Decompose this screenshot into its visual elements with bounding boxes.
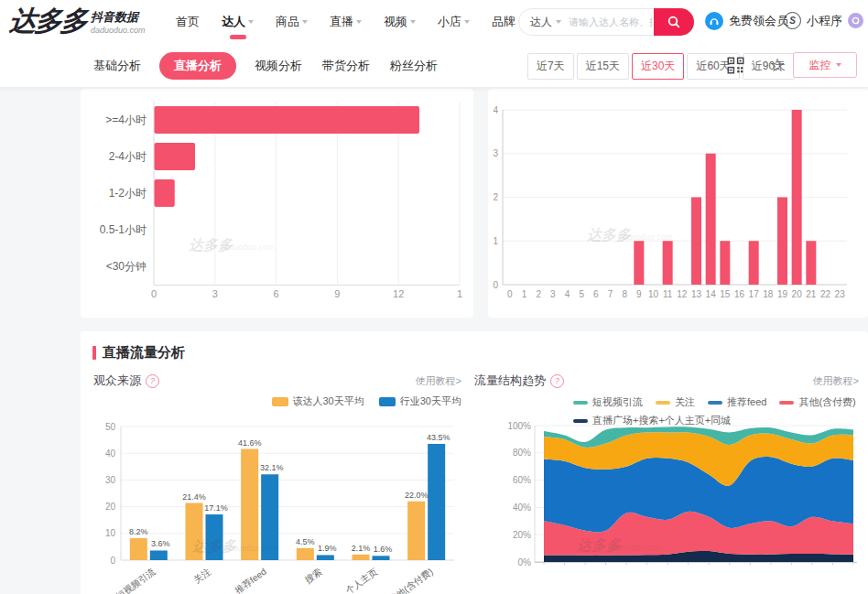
svg-text:14: 14: [706, 289, 717, 299]
tab-2[interactable]: 直播分析: [159, 52, 236, 80]
traffic-trend-panel: 流量结构趋势 ? 使用教程> 短视频引流关注推荐feed其他(含付费)直播广场+…: [474, 368, 859, 594]
date-range-group: 近7天近15天近30天近60天近90天: [527, 53, 797, 80]
free-vip-link[interactable]: 免费领会员: [705, 12, 788, 30]
legend-item[interactable]: 行业30天平均: [379, 394, 461, 408]
audience-legend: 该达人30天平均行业30天平均: [272, 394, 462, 408]
edge-partial-link[interactable]: 专: [848, 12, 868, 28]
svg-text:daduoduo.com: daduoduo.com: [223, 544, 278, 553]
search-button[interactable]: [654, 8, 694, 36]
tutorial-link[interactable]: 使用教程>: [813, 374, 859, 388]
svg-text:10: 10: [648, 289, 659, 299]
legend-swatch: [573, 401, 588, 405]
help-icon[interactable]: ?: [146, 374, 159, 388]
svg-text:43.5%: 43.5%: [427, 433, 450, 442]
nav-item-6[interactable]: 小店: [438, 14, 470, 30]
svg-text:>=4小时: >=4小时: [105, 113, 146, 126]
legend-swatch: [272, 397, 288, 406]
nav-item-label: 首页: [176, 14, 200, 30]
analysis-subnav: 基础分析直播分析视频分析带货分析粉丝分析 近7天近15天近30天近60天近90天…: [0, 44, 868, 88]
svg-text:6: 6: [274, 288, 279, 299]
nav-item-2[interactable]: 达人: [222, 14, 254, 30]
svg-text:17: 17: [749, 289, 760, 299]
audience-source-chart: 010203040508.2%3.6%短视频引流21.4%17.1%关注41.6…: [93, 416, 461, 594]
logo[interactable]: 达多多 抖音数据 daduoduo.com: [9, 5, 146, 38]
search-category-select[interactable]: 达人: [519, 15, 567, 30]
free-vip-label: 免费领会员: [729, 13, 788, 29]
svg-text:4: 4: [493, 105, 498, 115]
svg-text:4: 4: [565, 289, 570, 299]
legend-label: 该达人30天平均: [293, 394, 364, 408]
nav-item-1[interactable]: 首页: [176, 14, 200, 30]
svg-text:1: 1: [522, 289, 527, 299]
svg-text:2-4小时: 2-4小时: [109, 150, 146, 163]
tab-3[interactable]: 视频分析: [253, 52, 304, 80]
range-button-1[interactable]: 近7天: [527, 53, 574, 80]
range-button-2[interactable]: 近15天: [577, 53, 629, 80]
legend-row: 短视频引流关注推荐feed其他(含付费): [573, 395, 856, 409]
svg-text:其他(含付费): 其他(含付费): [387, 567, 435, 594]
svg-text:3: 3: [493, 148, 498, 158]
top-navbar: 达多多 抖音数据 daduoduo.com 首页达人商品直播视频小店品牌 达人: [0, 0, 868, 44]
svg-text:20: 20: [105, 502, 116, 512]
svg-text:22.0%: 22.0%: [405, 491, 429, 500]
accent-bar: [92, 346, 96, 360]
star-icon[interactable]: ☆: [769, 56, 786, 74]
svg-text:32.1%: 32.1%: [260, 463, 284, 472]
svg-text:18: 18: [763, 289, 774, 299]
svg-text:1-2小时: 1-2小时: [109, 187, 146, 200]
tab-4[interactable]: 带货分析: [320, 52, 372, 80]
legend-item[interactable]: 关注: [656, 395, 695, 409]
legend-swatch: [708, 401, 722, 405]
chevron-down-icon: [410, 20, 416, 24]
svg-text:0.5-1小时: 0.5-1小时: [100, 223, 146, 236]
live-traffic-analysis-card: 直播流量分析 观众来源 ? 使用教程> 该达人30天平均行业30天平均 0102…: [81, 331, 868, 594]
svg-text:2: 2: [536, 289, 541, 299]
svg-text:12: 12: [677, 289, 688, 299]
headset-icon: [705, 12, 723, 30]
logo-domain: daduoduo.com: [91, 26, 146, 35]
legend-item[interactable]: 其他(含付费): [779, 395, 855, 409]
search-input[interactable]: [567, 16, 654, 28]
audience-source-header: 观众来源 ? 使用教程>: [93, 373, 461, 389]
legend-swatch: [379, 397, 396, 406]
chevron-down-icon: [356, 20, 362, 24]
search-icon: [667, 15, 681, 29]
tutorial-link[interactable]: 使用教程>: [416, 374, 461, 388]
range-button-3[interactable]: 近30天: [632, 53, 684, 80]
chevron-down-icon: [464, 20, 470, 24]
svg-text:80%: 80%: [513, 448, 531, 458]
nav-item-label: 品牌: [492, 14, 515, 30]
svg-text:22: 22: [820, 289, 831, 299]
svg-text:短视频引流: 短视频引流: [114, 567, 157, 594]
tab-1[interactable]: 基础分析: [92, 52, 143, 80]
svg-text:4.5%: 4.5%: [296, 537, 315, 546]
logo-subtitle-cn: 抖音数据: [91, 9, 146, 26]
help-icon[interactable]: ?: [550, 374, 564, 388]
svg-text:推荐feed: 推荐feed: [233, 567, 267, 594]
svg-text:23: 23: [835, 289, 846, 299]
svg-text:0: 0: [110, 556, 115, 566]
nav-item-label: 商品: [276, 14, 299, 30]
svg-text:41.6%: 41.6%: [238, 438, 262, 448]
legend-item[interactable]: 该达人30天平均: [272, 394, 364, 408]
live-hour-distribution-chart: 0123401234567891011121314151617181920212…: [488, 89, 868, 321]
monitor-button[interactable]: 监控: [793, 52, 857, 78]
legend-item[interactable]: 短视频引流: [573, 395, 643, 409]
legend-item[interactable]: 推荐feed: [708, 395, 766, 409]
nav-item-5[interactable]: 视频: [384, 14, 416, 30]
nav-item-4[interactable]: 直播: [330, 14, 362, 30]
nav-item-label: 达人: [222, 14, 245, 30]
legend-label: 短视频引流: [592, 395, 643, 409]
svg-text:9: 9: [636, 289, 642, 299]
tab-5[interactable]: 粉丝分析: [388, 52, 439, 80]
service-icon: [848, 13, 863, 28]
audience-source-panel: 观众来源 ? 使用教程> 该达人30天平均行业30天平均 01020304050…: [93, 368, 461, 594]
qr-code-icon[interactable]: [727, 57, 744, 78]
legend-swatch: [779, 401, 794, 405]
miniprogram-link[interactable]: S 小程序: [784, 12, 842, 29]
nav-item-3[interactable]: 商品: [276, 14, 308, 30]
legend-swatch: [656, 401, 670, 405]
chevron-down-icon: [302, 20, 308, 24]
chevron-down-icon: [556, 20, 561, 24]
svg-text:0: 0: [151, 288, 157, 299]
